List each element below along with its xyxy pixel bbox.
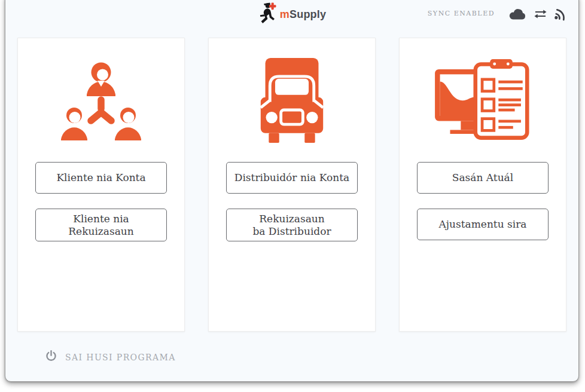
logo-text-m: m [280,8,290,20]
logo-text-supply: Supply [290,8,326,20]
current-stock-button[interactable]: Sasán Atuál [417,162,549,194]
truck-icon [257,56,327,146]
logo-text: mSupply [280,8,326,21]
app-window: mSupply SYNC ENABLED [5,0,579,382]
supplier-invoices-button[interactable]: Distribuidór nia Konta [226,162,358,194]
customer-requisitions-button[interactable]: Kliente nia Rekuizasaun [35,209,167,241]
logout-button[interactable]: SAI HUSI PROGRAMA [45,350,176,365]
power-icon [45,350,57,365]
supplier-requisitions-button[interactable]: Rekuizasaun ba Distribuidor [226,209,358,241]
card-customers: Kliente nia Konta Kliente nia Rekuizasau… [17,38,185,332]
card-suppliers: Distribuidór nia Konta Rekuizasaun ba Di… [208,38,376,332]
wifi-icon [554,7,568,21]
customers-icon [56,56,146,146]
customer-invoices-button[interactable]: Kliente nia Konta [35,162,167,194]
cards-row: Kliente nia Konta Kliente nia Rekuizasau… [5,38,578,332]
stock-adjustments-button[interactable]: Ajustamentu sira [417,209,549,240]
sync-arrows-icon [534,8,547,20]
cloud-icon [508,7,527,20]
sync-status[interactable]: SYNC ENABLED [428,7,568,21]
card-stock: Sasán Atuál Ajustamentu sira [399,38,566,332]
app-header: mSupply SYNC ENABLED [5,2,578,29]
stock-icon [435,56,531,146]
msupply-logo: mSupply [258,2,326,27]
sync-status-label: SYNC ENABLED [428,7,495,21]
runner-logo-icon [258,2,278,27]
logout-label: SAI HUSI PROGRAMA [65,353,176,362]
